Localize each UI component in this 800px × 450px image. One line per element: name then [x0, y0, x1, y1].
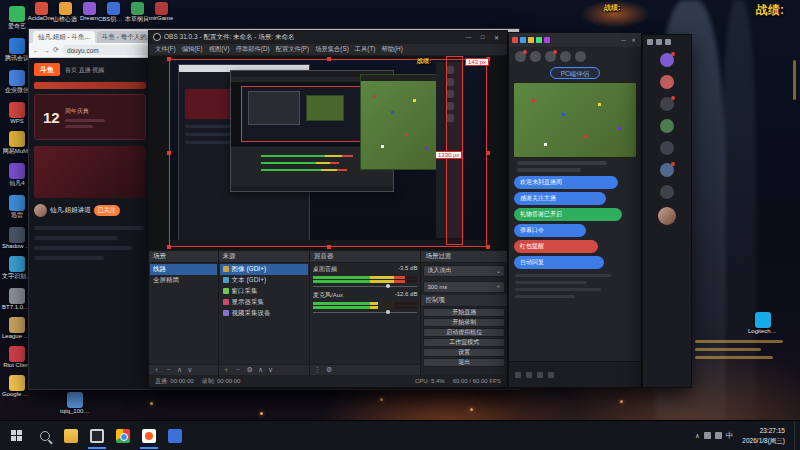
selection-handle[interactable] — [167, 151, 171, 155]
tool-icon[interactable] — [520, 37, 526, 43]
browser-tab[interactable]: 仙凡.姐姐 - 斗鱼... — [33, 31, 95, 43]
game-preview-thumbnail[interactable] — [513, 82, 637, 158]
avatar[interactable] — [660, 53, 674, 67]
obs-control-button[interactable]: 开始直播 — [423, 308, 505, 317]
scene-item[interactable]: 线路 — [150, 264, 217, 275]
quick-message-pill[interactable]: 自动回复 — [514, 256, 604, 269]
taskbar-app-obs[interactable] — [84, 421, 110, 450]
obs-control-button[interactable]: 开始录制 — [423, 318, 505, 327]
stream-cover-image[interactable] — [34, 146, 146, 198]
add-scene-button[interactable]: ＋ — [153, 365, 160, 375]
desktop-icon[interactable]: AcidaOne — [30, 2, 52, 24]
source-item[interactable]: 图像 (GDI+) — [220, 264, 308, 275]
follow-badge[interactable]: 已关注 — [94, 205, 120, 216]
footer-tool-icon[interactable] — [515, 372, 521, 378]
quick-message-pill[interactable]: 弹幕口令 — [514, 224, 586, 237]
avatar[interactable] — [530, 51, 541, 62]
source-item[interactable]: 视频采集设备 — [220, 308, 308, 319]
avatar[interactable] — [660, 75, 674, 89]
avatar[interactable] — [545, 51, 556, 62]
avatar[interactable] — [660, 185, 674, 199]
tray-icon[interactable] — [704, 432, 711, 439]
taskbar-app-generic[interactable] — [162, 421, 188, 450]
mixer-dock-title[interactable]: 混音器 — [310, 251, 420, 263]
selection-handle[interactable] — [486, 151, 490, 155]
panel-icon[interactable] — [665, 39, 671, 45]
obs-control-button[interactable]: 启动虚拟机位 — [423, 328, 505, 337]
forward-icon[interactable]: → — [43, 47, 50, 54]
source-down-button[interactable]: ∨ — [268, 366, 273, 374]
desktop-icon[interactable]: 本草纲目 — [126, 2, 148, 24]
mixer-menu-button[interactable]: ⋮ — [314, 366, 321, 374]
maximize-button[interactable]: □ — [476, 32, 489, 43]
avatar[interactable] — [575, 51, 586, 62]
panel-icon[interactable] — [656, 39, 662, 45]
reload-icon[interactable]: ⟳ — [53, 46, 59, 54]
tool-icon[interactable] — [512, 37, 518, 43]
footer-tool-icon[interactable] — [548, 372, 554, 378]
desktop-icon[interactable]: CBS切换器 — [102, 2, 124, 24]
menu-item[interactable]: 停靠部件(D) — [233, 45, 273, 54]
close-button[interactable]: ✕ — [629, 36, 638, 45]
tool-icon[interactable] — [544, 37, 550, 43]
desktop-icon[interactable]: tqtq_1000... — [60, 392, 90, 414]
menu-item[interactable]: 视图(V) — [206, 45, 233, 54]
transition-select[interactable]: 淡入淡出 ⌄ — [423, 265, 505, 277]
scenes-dock-title[interactable]: 场景 — [149, 251, 218, 263]
obs-control-button[interactable]: 工作室模式 — [423, 338, 505, 347]
source-item[interactable]: 显示器采集 — [220, 297, 308, 308]
desktop-icon[interactable]: Dream — [78, 2, 100, 24]
obs-preview-canvas[interactable]: 143 px 1330 px 战绩: — [149, 56, 507, 250]
footer-tool-icon[interactable] — [526, 372, 532, 378]
tool-icon[interactable] — [536, 37, 542, 43]
scene-down-button[interactable]: ∨ — [187, 366, 192, 374]
promo-banner[interactable] — [34, 82, 146, 89]
tool-icon[interactable] — [528, 37, 534, 43]
quick-message-pill[interactable]: 红包提醒 — [514, 240, 598, 253]
obs-titlebar[interactable]: OBS 31.0.3 - 配置文件: 未命名 - 场景: 未命名 — □ ✕ — [149, 31, 507, 44]
site-nav-links[interactable]: 首页 直播 视频 — [65, 66, 104, 75]
obs-control-button[interactable]: 设置 — [423, 348, 505, 357]
douyu-logo[interactable]: 斗鱼 — [34, 63, 60, 76]
remove-scene-button[interactable]: － — [165, 365, 172, 375]
source-properties-button[interactable]: ⚙ — [247, 366, 253, 374]
sources-dock-title[interactable]: 来源 — [219, 251, 309, 263]
selection-handle[interactable] — [486, 245, 490, 249]
pc-companion-mode-button[interactable]: PC端伴侣 — [550, 67, 601, 79]
avatar[interactable] — [660, 119, 674, 133]
volume-slider[interactable] — [313, 284, 417, 290]
quick-message-pill[interactable]: 欢迎来到直播间 — [514, 176, 618, 189]
tray-icon[interactable] — [715, 432, 722, 439]
add-source-button[interactable]: ＋ — [223, 365, 230, 375]
minimize-button[interactable]: — — [462, 32, 475, 43]
scene-up-button[interactable]: ∧ — [177, 366, 182, 374]
taskbar-app-chrome[interactable] — [110, 421, 136, 450]
menu-item[interactable]: 配置文件(P) — [273, 45, 313, 54]
slider-knob[interactable] — [386, 310, 390, 314]
back-icon[interactable]: ← — [33, 47, 40, 54]
menu-item[interactable]: 帮助(H) — [378, 45, 405, 54]
taskbar-clock[interactable]: 23:27:15 2026/1/8(周三) — [737, 426, 790, 445]
quick-message-pill[interactable]: 礼物答谢已开启 — [514, 208, 622, 221]
show-desktop-button[interactable] — [794, 421, 798, 450]
selection-handle[interactable] — [167, 57, 171, 61]
menu-item[interactable]: 工具(T) — [352, 45, 379, 54]
volume-slider[interactable] — [313, 310, 417, 316]
start-button[interactable] — [0, 421, 32, 450]
anchor-name[interactable]: 仙凡.姐姐讲道 — [50, 206, 91, 215]
anchor-avatar[interactable] — [34, 204, 47, 217]
selection-handle[interactable] — [167, 245, 171, 249]
avatar[interactable] — [515, 51, 526, 62]
scene-item[interactable]: 全屏精简 — [150, 275, 217, 286]
avatar[interactable] — [660, 97, 674, 111]
close-button[interactable]: ✕ — [490, 32, 503, 43]
desktop-icon[interactable]: mirGame — [150, 2, 172, 24]
menu-item[interactable]: 文件(F) — [152, 45, 179, 54]
controls-dock-title[interactable]: 控制项 — [421, 295, 507, 307]
source-up-button[interactable]: ∧ — [258, 366, 263, 374]
avatar[interactable] — [658, 207, 676, 225]
source-item[interactable]: 窗口采集 — [220, 286, 308, 297]
panel-icon[interactable] — [647, 39, 653, 45]
footer-tool-icon[interactable] — [537, 372, 543, 378]
source-item[interactable]: 文本 (GDI+) — [220, 275, 308, 286]
